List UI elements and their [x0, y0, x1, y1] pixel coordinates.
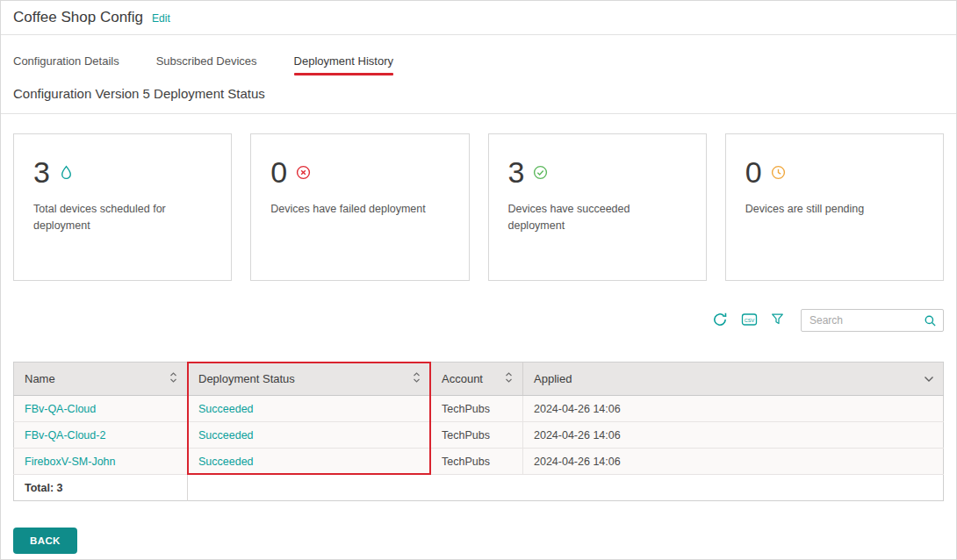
- column-label: Account: [442, 372, 483, 385]
- filter-icon: [771, 312, 784, 328]
- check-circle-icon: [533, 165, 548, 180]
- deployment-table-wrap: Name Deployment Status: [13, 362, 944, 501]
- chevron-down-icon[interactable]: [924, 372, 934, 385]
- table-header-row: Name Deployment Status: [14, 363, 944, 396]
- filter-button[interactable]: [771, 312, 784, 328]
- table-row[interactable]: FBv-QA-Cloud Succeeded TechPubs 2024-04-…: [14, 396, 944, 422]
- stat-card-top: 0: [270, 157, 449, 187]
- titlebar: Coffee Shop Config Edit: [1, 1, 956, 35]
- applied-cell: 2024-04-26 14:06: [523, 422, 944, 449]
- device-name-link[interactable]: FireboxV-SM-John: [14, 449, 188, 475]
- account-cell: TechPubs: [431, 449, 523, 475]
- active-tab-underline-annotation: [294, 73, 393, 75]
- edit-link[interactable]: Edit: [152, 12, 170, 25]
- search-wrap: [801, 309, 944, 332]
- stat-label: Total devices scheduled for deployment: [33, 201, 209, 235]
- clock-icon: [771, 165, 786, 180]
- applied-cell: 2024-04-26 14:06: [523, 449, 944, 475]
- stat-value: 3: [508, 157, 525, 187]
- table-total-row: Total: 3: [14, 475, 944, 501]
- column-label: Name: [25, 372, 55, 385]
- sort-icon[interactable]: [169, 370, 178, 387]
- refresh-icon: [712, 312, 728, 330]
- table-row[interactable]: FireboxV-SM-John Succeeded TechPubs 2024…: [14, 449, 944, 475]
- stat-card-failed: 0 Devices have failed deployment: [250, 133, 469, 281]
- applied-cell: 2024-04-26 14:06: [523, 396, 944, 422]
- section-title: Configuration Version 5 Deployment Statu…: [13, 86, 265, 101]
- tab-label: Deployment History: [294, 54, 393, 68]
- stat-value: 0: [270, 157, 287, 187]
- deployment-status-cell: Succeeded: [188, 422, 431, 449]
- total-label: Total: 3: [14, 475, 188, 501]
- stat-label: Devices have failed deployment: [270, 201, 446, 218]
- table-row[interactable]: FBv-QA-Cloud-2 Succeeded TechPubs 2024-0…: [14, 422, 944, 449]
- tab-bar: Configuration Details Subscribed Devices…: [1, 35, 956, 75]
- stat-card-succeeded: 3 Devices have succeeded deployment: [488, 133, 707, 281]
- stat-label: Devices are still pending: [745, 201, 921, 218]
- stat-value: 3: [33, 157, 50, 187]
- back-button[interactable]: BACK: [13, 528, 77, 554]
- column-header-applied[interactable]: Applied: [523, 363, 944, 396]
- account-cell: TechPubs: [431, 396, 523, 422]
- stat-card-top: 3: [508, 157, 687, 187]
- tab-configuration-details[interactable]: Configuration Details: [13, 54, 119, 75]
- csv-export-button[interactable]: CSV: [741, 312, 758, 330]
- device-name-link[interactable]: FBv-QA-Cloud: [14, 396, 188, 422]
- sort-icon[interactable]: [504, 370, 514, 387]
- column-label: Applied: [534, 372, 572, 385]
- refresh-button[interactable]: [712, 312, 728, 330]
- csv-export-icon: CSV: [741, 312, 758, 330]
- column-header-account[interactable]: Account: [431, 363, 523, 396]
- stat-cards: 3 Total devices scheduled for deployment…: [1, 114, 956, 281]
- account-cell: TechPubs: [431, 422, 523, 449]
- table-toolbar: CSV: [1, 309, 956, 332]
- stat-card-top: 3: [33, 157, 212, 187]
- deployment-status-cell: Succeeded: [188, 449, 431, 475]
- x-circle-icon: [296, 165, 311, 180]
- droplet-icon: [59, 165, 74, 180]
- stat-card-pending: 0 Devices are still pending: [725, 133, 944, 281]
- stat-value: 0: [745, 157, 762, 187]
- search-input[interactable]: [801, 309, 944, 332]
- column-header-name[interactable]: Name: [14, 363, 188, 396]
- deployment-table: Name Deployment Status: [13, 362, 944, 501]
- total-row-spacer: [188, 475, 944, 501]
- tab-label: Configuration Details: [13, 54, 119, 68]
- deployment-status-cell: Succeeded: [188, 396, 431, 422]
- column-label: Deployment Status: [198, 372, 295, 385]
- page-footer: BACK: [1, 501, 956, 554]
- stat-card-scheduled: 3 Total devices scheduled for deployment: [13, 133, 232, 281]
- stat-card-top: 0: [745, 157, 924, 187]
- device-name-link[interactable]: FBv-QA-Cloud-2: [14, 422, 188, 449]
- svg-text:CSV: CSV: [745, 317, 755, 322]
- tab-subscribed-devices[interactable]: Subscribed Devices: [156, 54, 257, 75]
- column-header-deployment-status[interactable]: Deployment Status: [188, 363, 431, 396]
- page-title: Coffee Shop Config: [13, 9, 143, 26]
- stat-label: Devices have succeeded deployment: [508, 201, 684, 235]
- tab-deployment-history[interactable]: Deployment History: [294, 54, 393, 75]
- deployment-history-page: Coffee Shop Config Edit Configuration De…: [0, 0, 957, 560]
- sort-icon[interactable]: [412, 370, 421, 387]
- tab-label: Subscribed Devices: [156, 54, 257, 68]
- section-head: Configuration Version 5 Deployment Statu…: [1, 86, 956, 114]
